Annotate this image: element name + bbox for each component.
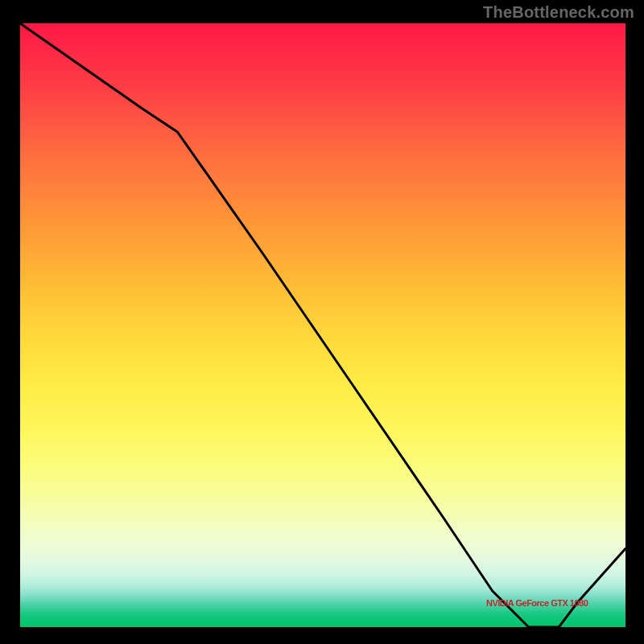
chart-container: TheBottleneck.com NVIDIA GeForce GTX 108… xyxy=(0,0,644,644)
gpu-label: NVIDIA GeForce GTX 1080 xyxy=(486,598,588,608)
bottleneck-curve-path xyxy=(20,23,625,627)
plot-inner: NVIDIA GeForce GTX 1080 xyxy=(20,23,625,627)
watermark-text: TheBottleneck.com xyxy=(483,3,634,22)
plot-area: NVIDIA GeForce GTX 1080 xyxy=(20,23,625,627)
line-series xyxy=(20,23,625,627)
